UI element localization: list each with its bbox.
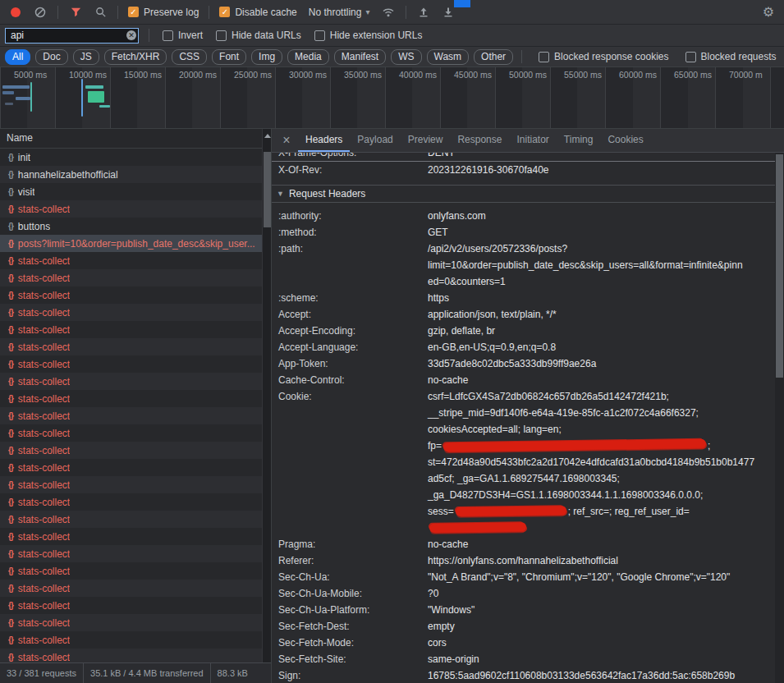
request-row[interactable]: {}stats-collect xyxy=(0,493,271,511)
request-row[interactable]: {}stats-collect xyxy=(0,355,271,373)
tab-timing[interactable]: Timing xyxy=(557,129,601,152)
request-row[interactable]: {}stats-collect xyxy=(0,511,271,528)
request-row[interactable]: {}stats-collect xyxy=(0,631,271,649)
script-file-icon: {} xyxy=(8,653,13,662)
clear-button[interactable] xyxy=(30,2,51,22)
request-row[interactable]: {}stats-collect xyxy=(0,304,271,321)
hide-extension-urls-checkbox[interactable]: Hide extension URLs xyxy=(311,30,426,41)
request-row[interactable]: {}stats-collect xyxy=(0,528,271,545)
request-row[interactable]: {}stats-collect xyxy=(0,321,271,338)
tab-initiator[interactable]: Initiator xyxy=(509,129,556,152)
request-row[interactable]: {}stats-collect xyxy=(0,407,271,424)
timeline-tick-label: 5000 ms xyxy=(14,70,47,80)
request-name: stats-collect xyxy=(18,600,70,612)
request-row[interactable]: {}stats-collect xyxy=(0,286,271,304)
name-column-header[interactable]: Name xyxy=(0,129,271,149)
invert-checkbox[interactable]: Invert xyxy=(159,30,206,41)
import-har-icon xyxy=(418,7,429,18)
request-row[interactable]: {}stats-collect xyxy=(0,459,271,476)
request-row[interactable]: {}stats-collect xyxy=(0,373,271,390)
type-filter-chip-manifest[interactable]: Manifest xyxy=(334,49,386,65)
preserve-log-checkbox[interactable]: Preserve log xyxy=(125,7,202,18)
type-filter-chip-img[interactable]: Img xyxy=(251,49,282,65)
details-scrollbar[interactable] xyxy=(775,153,784,683)
timeline-overview[interactable]: 5000 ms10000 ms15000 ms20000 ms25000 ms3… xyxy=(0,67,784,129)
disable-cache-checkbox[interactable]: Disable cache xyxy=(216,7,300,18)
import-har-button[interactable] xyxy=(413,2,434,22)
type-filter-chip-fetch-xhr[interactable]: Fetch/XHR xyxy=(104,49,167,65)
toolbar-divider xyxy=(406,6,406,19)
clear-filter-icon[interactable] xyxy=(126,30,136,40)
request-list-scrollbar[interactable] xyxy=(262,129,271,662)
throttling-dropdown[interactable]: No throttling xyxy=(304,7,375,18)
script-file-icon: {} xyxy=(8,273,13,282)
request-row[interactable]: {}posts?limit=10&order=publish_date_desc… xyxy=(0,235,271,252)
type-filter-chip-all[interactable]: All xyxy=(5,49,30,65)
close-details-button[interactable] xyxy=(278,134,295,147)
type-filter-chip-font[interactable]: Font xyxy=(212,49,246,65)
request-row[interactable]: {}stats-collect xyxy=(0,476,271,493)
filter-checkbox-blocked-response-cookies[interactable]: Blocked response cookies xyxy=(535,51,672,62)
request-row[interactable]: {}stats-collect xyxy=(0,442,271,459)
tab-response[interactable]: Response xyxy=(450,129,509,152)
scrollbar-thumb[interactable] xyxy=(264,152,271,227)
scrollbar-thumb[interactable] xyxy=(776,154,783,378)
request-row[interactable]: {}hannahelizabethofficial xyxy=(0,166,271,183)
request-row[interactable]: {}visit xyxy=(0,183,271,200)
checkbox-unchecked-icon xyxy=(216,30,227,41)
request-name: stats-collect xyxy=(18,359,70,370)
request-row[interactable]: {}stats-collect xyxy=(0,390,271,407)
header-value-line: fp=; xyxy=(428,438,775,454)
type-filter-chip-media[interactable]: Media xyxy=(287,49,329,65)
request-name: stats-collect xyxy=(18,290,70,301)
tab-cookies[interactable]: Cookies xyxy=(600,129,650,152)
hide-data-urls-checkbox[interactable]: Hide data URLs xyxy=(213,30,305,41)
request-row[interactable]: {}stats-collect xyxy=(0,252,271,269)
request-row[interactable]: {}stats-collect xyxy=(0,545,271,562)
waterfall-bar xyxy=(85,85,103,89)
request-row[interactable]: {}stats-collect xyxy=(0,562,271,580)
search-button[interactable] xyxy=(89,2,111,22)
type-filter-chip-css[interactable]: CSS xyxy=(172,49,207,65)
type-filter-chip-doc[interactable]: Doc xyxy=(35,49,67,65)
header-name: Sec-Fetch-Dest: xyxy=(272,618,428,635)
tab-payload[interactable]: Payload xyxy=(350,129,400,152)
record-button[interactable] xyxy=(5,2,26,22)
toolbar-divider xyxy=(209,6,209,19)
request-row[interactable]: {}stats-collect xyxy=(0,649,271,662)
funnel-icon xyxy=(70,6,82,18)
request-name: init xyxy=(18,152,30,163)
request-name: stats-collect xyxy=(18,445,70,456)
request-row[interactable]: {}stats-collect xyxy=(0,614,271,631)
request-row[interactable]: {}stats-collect xyxy=(0,338,271,355)
header-row: Accept:application/json, text/plain, */* xyxy=(272,306,775,323)
type-filter-chip-js[interactable]: JS xyxy=(73,49,99,65)
header-name: Accept: xyxy=(272,306,428,323)
type-filter-chip-ws[interactable]: WS xyxy=(391,49,421,65)
filter-input[interactable] xyxy=(5,28,139,44)
network-conditions-button[interactable] xyxy=(378,2,399,22)
settings-button[interactable] xyxy=(758,2,779,22)
tab-preview[interactable]: Preview xyxy=(401,129,451,152)
filter-checkbox-blocked-requests[interactable]: Blocked requests xyxy=(682,51,780,62)
request-row[interactable]: {}init xyxy=(0,149,271,166)
devtools-network-panel: Preserve log Disable cache No throttling xyxy=(0,0,784,683)
header-value-text: fp= xyxy=(428,440,442,452)
record-icon xyxy=(11,7,21,17)
request-headers-section[interactable]: Request Headers xyxy=(272,185,775,203)
request-row[interactable]: {}stats-collect xyxy=(0,597,271,614)
filter-toggle-button[interactable] xyxy=(65,2,86,22)
header-name: :scheme: xyxy=(272,290,428,306)
type-filter-chip-other[interactable]: Other xyxy=(474,49,513,65)
type-filter-chip-wasm[interactable]: Wasm xyxy=(427,49,470,65)
toolbar-divider xyxy=(117,6,118,19)
scroll-up-arrow-icon[interactable] xyxy=(264,134,271,138)
script-file-icon: {} xyxy=(8,429,13,438)
request-row[interactable]: {}stats-collect xyxy=(0,424,271,442)
timeline-tick-label: 55000 ms xyxy=(564,70,602,80)
request-row[interactable]: {}stats-collect xyxy=(0,580,271,597)
request-row[interactable]: {}buttons xyxy=(0,218,271,235)
request-row[interactable]: {}stats-collect xyxy=(0,200,271,218)
tab-headers[interactable]: Headers xyxy=(298,129,350,152)
request-row[interactable]: {}stats-collect xyxy=(0,269,271,286)
